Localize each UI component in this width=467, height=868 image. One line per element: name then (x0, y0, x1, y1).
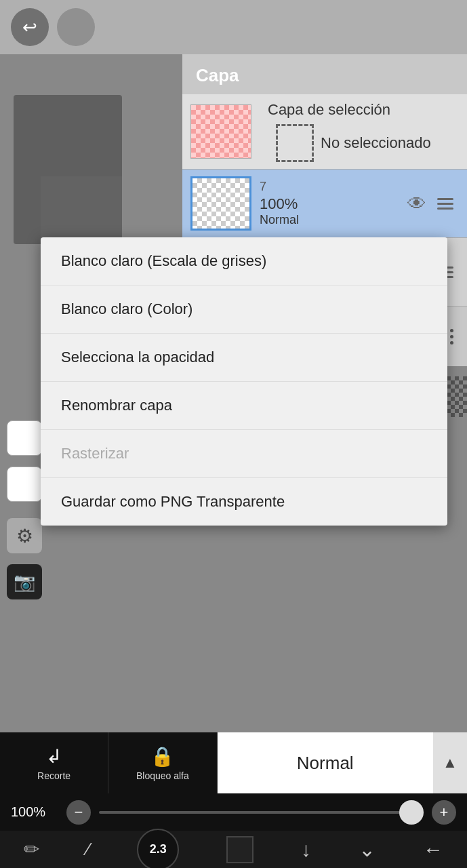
dashed-rect-icon (276, 124, 314, 162)
selection-title: Capa de selección (268, 101, 459, 119)
icon-1: ⚙ (16, 525, 33, 547)
bloqueo-icon: 🔒 (150, 745, 174, 768)
bottom-nav: ✏ ⁄ 2.3 ↓ ⌄ ← (0, 831, 467, 868)
brush-size-button[interactable]: 2.3 (137, 829, 179, 869)
bloqueo-label: Bloqueo alfa (136, 770, 189, 781)
add-layer-button[interactable]: + (7, 420, 42, 456)
nav-pen-button[interactable]: ⁄ (87, 839, 89, 860)
eye-icon-7[interactable]: 👁 (407, 193, 426, 215)
menu-item-5[interactable]: Guardar como PNG Transparente (41, 478, 447, 526)
selection-status: No seleccionado (321, 134, 431, 152)
bloqueo-alfa-button[interactable]: 🔒 Bloqueo alfa (108, 732, 217, 793)
left-toolbar: + + ⚙ 📷 (7, 420, 42, 599)
color-swatch[interactable] (226, 836, 253, 863)
bottom-toolbar: ↲ Recorte 🔒 Bloqueo alfa Normal ▲ (0, 732, 467, 793)
selection-layer-row: Capa de selección No seleccionado (182, 94, 467, 169)
layer-mode-7: Normal (260, 213, 299, 227)
menu-item-4: Rasterizar (41, 430, 447, 478)
layer-row-7[interactable]: 7 100% Normal 👁 (182, 169, 467, 237)
menu-item-1[interactable]: Blanco claro (Color) (41, 285, 447, 334)
layer-thumb-7 (190, 176, 251, 231)
opacity-slider[interactable] (99, 811, 424, 814)
opacity-minus-button[interactable]: − (66, 800, 91, 825)
menu-item-3[interactable]: Renombrar capa (41, 382, 447, 430)
opacity-thumb[interactable] (399, 800, 424, 825)
back-button[interactable]: ↩ (11, 8, 49, 46)
nav-chevron-button[interactable]: ⌄ (359, 837, 375, 861)
recorte-button[interactable]: ↲ Recorte (0, 732, 108, 793)
chevron-down-icon: ⌄ (359, 837, 375, 861)
opacity-plus-button[interactable]: + (432, 800, 456, 825)
menu-item-2[interactable]: Selecciona la opacidad (41, 334, 447, 382)
minus-icon: − (75, 804, 83, 821)
opacity-value: 100% (11, 804, 58, 820)
brush-size-label: 2.3 (150, 842, 167, 856)
opacity-row: 100% − + (0, 793, 467, 831)
back-icon: ↩ (22, 17, 37, 38)
layer-menu-7[interactable] (432, 193, 459, 215)
layer-info-7: 7 100% Normal (260, 180, 402, 227)
selection-info: Capa de selección No seleccionado (260, 101, 459, 162)
down-icon: ↓ (301, 838, 311, 861)
pen-icon: ⁄ (87, 839, 89, 860)
blend-mode-button[interactable]: Normal (218, 732, 434, 793)
menu-item-0[interactable]: Blanco claro (Escala de grises) (41, 237, 447, 285)
arrow-up-icon: ▲ (443, 754, 458, 772)
nav-back-button[interactable]: ← (423, 838, 443, 861)
recorte-label: Recorte (37, 770, 70, 781)
top-bar: ↩ (0, 0, 467, 54)
action-icon-1[interactable]: ⚙ (7, 518, 42, 553)
layer-number-7: 7 (260, 180, 266, 194)
transform-icon: ✏ (24, 838, 39, 861)
plus-icon: + (20, 429, 29, 448)
plus-small-icon: + (21, 478, 27, 490)
camera-button[interactable]: 📷 (7, 564, 42, 599)
blend-mode-arrow[interactable]: ▲ (433, 732, 467, 793)
nav-transform-button[interactable]: ✏ (24, 838, 39, 861)
plus-icon: + (440, 804, 449, 821)
layer-opacity-7: 100% (260, 195, 298, 213)
nav-down-button[interactable]: ↓ (301, 838, 311, 861)
panel-title: Capa (182, 54, 467, 94)
secondary-button[interactable] (57, 8, 95, 46)
nav-back-icon: ← (423, 838, 443, 861)
selection-thumb (190, 104, 251, 159)
add-sublayer-button[interactable]: + (7, 467, 42, 502)
recorte-icon: ↲ (46, 745, 62, 768)
camera-icon: 📷 (14, 572, 35, 593)
context-menu: Blanco claro (Escala de grises) Blanco c… (41, 237, 447, 526)
